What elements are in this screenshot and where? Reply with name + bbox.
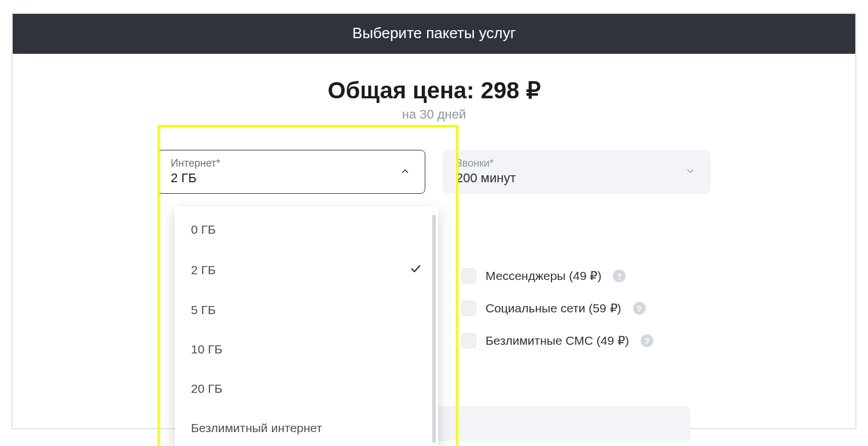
calls-select[interactable]: Звонки* 200 минут [443,150,711,194]
dropdown-option-0gb[interactable]: 0 ГБ [175,210,438,249]
internet-dropdown[interactable]: 0 ГБ 2 ГБ 5 ГБ 10 ГБ 20 ГБ Безлимитный и… [175,207,438,446]
check-icon [409,262,422,278]
option-label: 10 ГБ [191,342,222,356]
calls-select-value: 200 минут [456,171,683,186]
addons-list: Мессенджеры (49 ₽) ? Социальные сети (59… [461,268,716,366]
option-label: 2 ГБ [191,263,216,277]
dropdown-option-2gb[interactable]: 2 ГБ [175,249,438,290]
option-label: 20 ГБ [191,382,222,396]
addon-checkbox[interactable] [461,268,476,283]
calls-select-label: Звонки* [456,157,683,169]
internet-select[interactable]: Интернет* 2 ГБ [157,150,425,194]
help-icon[interactable]: ? [633,302,646,315]
internet-select-value: 2 ГБ [171,171,398,186]
addon-row-social: Социальные сети (59 ₽) ? [461,301,716,316]
addon-row-sms: Безлимитные СМС (49 ₽) ? [461,333,716,348]
dropdown-option-10gb[interactable]: 10 ГБ [175,330,438,369]
dropdown-option-20gb[interactable]: 20 ГБ [175,369,438,408]
addon-checkbox[interactable] [461,333,476,348]
addon-row-messengers: Мессенджеры (49 ₽) ? [461,268,716,283]
chevron-down-icon [683,164,697,178]
total-price-label: Общая цена: [328,78,474,103]
selects-row: Интернет* 2 ГБ Звонки* 200 минут [157,150,711,194]
help-icon[interactable]: ? [613,270,626,282]
tariff-configurator-frame: Выберите пакеты услуг Общая цена: 298 ₽ … [12,13,856,429]
total-price: Общая цена: 298 ₽ [157,77,711,104]
addon-label: Мессенджеры (49 ₽) [486,269,601,283]
addon-checkbox[interactable] [461,301,476,316]
help-icon[interactable]: ? [641,334,653,347]
content-area: Общая цена: 298 ₽ на 30 дней Интернет* 2… [13,54,855,194]
price-period: на 30 дней [157,107,711,122]
option-label: Безлимитный интернет [191,421,322,435]
header-bar: Выберите пакеты услуг [13,14,855,54]
option-label: 0 ГБ [191,223,216,237]
option-label: 5 ГБ [191,303,216,317]
dropdown-option-unlimited[interactable]: Безлимитный интернет [175,408,438,446]
header-title: Выберите пакеты услуг [352,24,516,42]
chevron-up-icon [398,164,412,178]
total-price-value: 298 ₽ [481,78,540,103]
dropdown-option-5gb[interactable]: 5 ГБ [175,290,438,330]
dropdown-scrollbar[interactable] [432,215,436,443]
addon-label: Социальные сети (59 ₽) [486,301,621,315]
internet-select-label: Интернет* [171,157,398,169]
addon-label: Безлимитные СМС (49 ₽) [486,334,629,348]
